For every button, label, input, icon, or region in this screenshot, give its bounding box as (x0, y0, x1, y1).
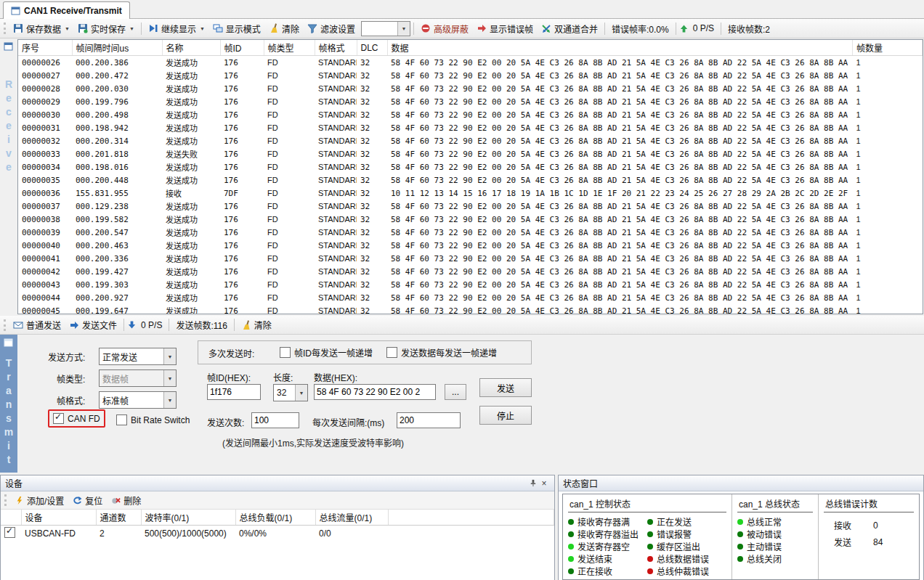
status-dot (568, 544, 574, 550)
receive-row[interactable]: 00000043000.199.303发送成功176FDSTANDARD3258… (18, 278, 923, 291)
restore-window-icon[interactable] (4, 338, 14, 347)
cell-type: FD (264, 187, 315, 200)
receive-side-tab[interactable]: Receive (0, 38, 17, 316)
clear-receive-button[interactable]: 清除 (265, 21, 303, 36)
receive-row[interactable]: 00000036155.831.955接收7DFFDSTANDARD3210 1… (18, 187, 923, 200)
send-times-label: 发送次数: (207, 416, 244, 428)
chevron-down-icon[interactable]: ▼ (295, 385, 307, 401)
bit-rate-switch-checkbox[interactable]: Bit Rate Switch (116, 414, 190, 425)
toolbar-grip[interactable] (4, 23, 6, 34)
cell-id: 176 (220, 121, 264, 134)
realtime-save-button[interactable]: 实时保存▼ (74, 21, 138, 36)
checkbox-icon[interactable] (280, 347, 291, 358)
checkbox-icon[interactable] (116, 414, 127, 425)
cell-interval: 000.199.582 (72, 213, 162, 226)
receive-row[interactable]: 00000034000.198.016发送成功176FDSTANDARD3258… (18, 160, 923, 173)
cell-name: 发送成功 (162, 239, 220, 252)
cell-seq: 00000037 (18, 200, 72, 213)
frame-type-combo[interactable]: 数据帧 ▼ (99, 369, 177, 387)
frame-id-input[interactable] (207, 384, 261, 400)
cell-data: 58 4F 60 73 22 90 E2 00 20 5A 4E C3 26 8… (387, 200, 853, 213)
stop-button[interactable]: 停止 (479, 406, 532, 425)
receive-row[interactable]: 00000040000.200.463发送成功176FDSTANDARD3258… (18, 239, 923, 252)
checkbox-icon[interactable] (386, 347, 397, 358)
receive-row[interactable]: 00000028000.200.030发送成功176FDSTANDARD3258… (18, 82, 923, 95)
pin-icon[interactable] (527, 478, 538, 489)
cell-format: STANDARD (315, 265, 357, 278)
col-header-channels: 通道数 (96, 510, 141, 526)
delete-button[interactable]: 删除 (108, 493, 145, 508)
floppy-disk-icon (78, 23, 88, 33)
send-button[interactable]: 发送 (479, 378, 532, 397)
status-label: 被动错误 (747, 528, 782, 540)
toolbar-grip[interactable] (4, 319, 6, 331)
receive-row[interactable]: 00000037000.129.238发送成功176FDSTANDARD3258… (18, 200, 923, 213)
chevron-down-icon[interactable]: ▼ (163, 370, 176, 386)
dual-channel-merge-button[interactable]: 双通道合并 (538, 21, 601, 36)
filter-combo[interactable]: ▼ (361, 21, 410, 36)
cell-interval: 000.200.314 (72, 134, 162, 147)
restore-window-icon[interactable] (4, 41, 14, 51)
status-label: 发送结束 (578, 552, 612, 565)
receive-row[interactable]: 00000045000.199.647发送成功176FDSTANDARD3258… (18, 304, 923, 314)
receive-row[interactable]: 00000041000.200.336发送成功176FDSTANDARD3258… (18, 252, 923, 265)
cell-dlc: 32 (357, 278, 387, 291)
receive-row[interactable]: 00000044000.200.927发送成功176FDSTANDARD3258… (18, 291, 923, 304)
can-fd-checkbox[interactable]: CAN FD (53, 413, 100, 424)
receive-row[interactable]: 00000026000.200.386发送成功176FDSTANDARD3258… (18, 56, 923, 70)
normal-send-button[interactable]: 普通发送 (9, 317, 65, 332)
cell-data: 58 4F 60 73 22 90 E2 00 20 5A 4E C3 26 8… (387, 95, 853, 108)
device-row[interactable]: USBCAN-FD 2 500(500)/1000(5000) 0%/0% 0/… (1, 526, 554, 542)
cell-type: FD (264, 278, 315, 291)
receive-row[interactable]: 00000029000.199.796发送成功176FDSTANDARD3258… (18, 95, 923, 108)
add-settings-button[interactable]: 添加/设置 (11, 493, 68, 508)
receive-row[interactable]: 00000030000.200.498发送成功176FDSTANDARD3258… (18, 108, 923, 121)
receive-row[interactable]: 00000027000.200.472发送成功176FDSTANDARD3258… (18, 69, 923, 82)
receive-row[interactable]: 00000035000.200.448发送成功176FDSTANDARD3258… (18, 173, 923, 187)
frame-format-combo[interactable]: 标准帧 ▼ (99, 391, 177, 409)
display-mode-button[interactable]: 显示模式 (209, 21, 264, 36)
continue-display-button[interactable]: 继续显示▼ (145, 21, 208, 36)
toolbar-grip[interactable] (4, 494, 7, 506)
id-increase-checkbox[interactable]: 帧ID每发送一帧递增 (280, 346, 373, 359)
transmit-side-tab[interactable]: Transmit (0, 335, 17, 473)
data-more-button[interactable]: ... (445, 384, 466, 400)
cell-format: STANDARD (315, 108, 357, 121)
chevron-down-icon[interactable]: ▼ (163, 348, 176, 364)
close-icon[interactable]: × (538, 478, 550, 489)
device-checkbox[interactable] (4, 527, 15, 538)
send-file-button[interactable]: 发送文件 (65, 317, 121, 332)
advanced-mask-button[interactable]: 高级屏蔽 (417, 21, 472, 36)
clear-transmit-button[interactable]: 清除 (238, 317, 275, 332)
show-error-frame-button[interactable]: 显示错误帧 (473, 21, 537, 36)
chevron-down-icon[interactable]: ▼ (163, 392, 176, 408)
blue-right-arrow-icon (69, 320, 79, 330)
cell-name: 发送成功 (162, 226, 220, 239)
receive-row[interactable]: 00000042000.199.427发送成功176FDSTANDARD3258… (18, 265, 923, 278)
cell-type: FD (264, 108, 315, 121)
status-dot (647, 544, 653, 550)
data-hex-input[interactable] (314, 384, 436, 400)
status-label: 接收寄存器溢出 (578, 528, 639, 540)
send-mode-label: 发送方式: (48, 351, 85, 363)
receive-row[interactable]: 00000031000.198.942发送成功176FDSTANDARD3258… (18, 121, 923, 134)
save-data-button[interactable]: 保存数据▼ (9, 21, 73, 36)
receive-row[interactable]: 00000033000.201.818发送失败176FDSTANDARD3258… (18, 147, 923, 160)
filter-settings-button[interactable]: 滤波设置 (304, 21, 359, 36)
receive-row[interactable]: 00000039000.200.547发送成功176FDSTANDARD3258… (18, 226, 923, 239)
send-interval-input[interactable] (397, 412, 461, 428)
receive-row[interactable]: 00000038000.199.582发送成功176FDSTANDARD3258… (18, 213, 923, 226)
checkbox-icon[interactable] (53, 413, 64, 424)
tab-can1-receive-transmit[interactable]: CAN1 Receive/Transmit (3, 1, 130, 19)
bus-error-count-list: 接收0发送84 (824, 515, 914, 549)
send-times-input[interactable] (251, 412, 299, 428)
reset-button[interactable]: 复位 (69, 493, 106, 508)
length-combo[interactable]: 32 ▼ (273, 384, 308, 401)
receive-row[interactable]: 00000032000.200.314发送成功176FDSTANDARD3258… (18, 134, 923, 147)
send-mode-combo[interactable]: 正常发送 ▼ (99, 348, 177, 365)
cell-format: STANDARD (315, 213, 357, 226)
cell-id: 176 (220, 291, 264, 304)
data-increase-checkbox[interactable]: 发送数据每发送一帧递增 (386, 346, 497, 359)
chevron-down-icon[interactable]: ▼ (397, 22, 410, 36)
cell-interval: 000.200.498 (72, 108, 162, 121)
